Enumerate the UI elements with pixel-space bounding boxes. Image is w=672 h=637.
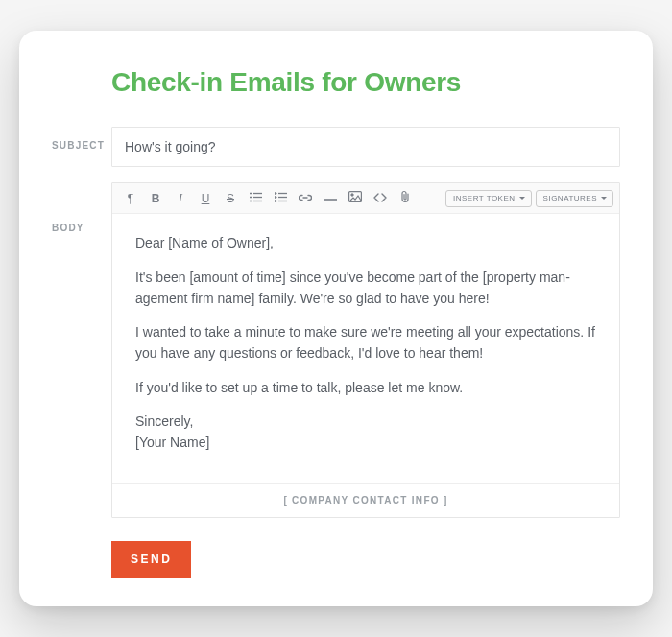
- unordered-list-icon: [275, 192, 287, 205]
- insert-token-dropdown[interactable]: INSERT TOKEN: [445, 190, 532, 207]
- body-paragraph: Dear [Name of Owner],: [135, 233, 596, 254]
- subject-row: SUBJECT: [52, 127, 620, 167]
- editor: ¶ B I U S: [111, 182, 620, 518]
- svg-point-8: [275, 200, 276, 201]
- body-paragraph: [Your Name]: [135, 433, 596, 454]
- ordered-list-icon: [250, 192, 262, 205]
- link-icon: [299, 192, 312, 205]
- compose-card: Check-in Emails for Owners SUBJECT BODY …: [19, 31, 653, 606]
- svg-point-14: [351, 194, 353, 196]
- strike-button[interactable]: S: [218, 187, 243, 210]
- attachment-button[interactable]: [393, 187, 418, 210]
- unordered-list-button[interactable]: [268, 187, 293, 210]
- insert-token-label: INSERT TOKEN: [453, 194, 516, 202]
- editor-toolbar: ¶ B I U S: [112, 183, 619, 214]
- signatures-label: SIGNATURES: [543, 194, 597, 202]
- svg-point-7: [275, 196, 276, 198]
- svg-point-6: [275, 192, 276, 194]
- image-button[interactable]: [343, 187, 368, 210]
- body-paragraph: I wanted to take a minute to make sure w…: [135, 322, 596, 364]
- send-button[interactable]: SEND: [111, 541, 191, 578]
- image-icon: [348, 191, 362, 205]
- horizontal-rule-button[interactable]: [318, 187, 343, 210]
- link-button[interactable]: [293, 187, 318, 210]
- body-label: BODY: [52, 182, 111, 233]
- chevron-down-icon: [519, 197, 525, 200]
- page-title: Check-in Emails for Owners: [111, 67, 620, 98]
- body-paragraph: If you'd like to set up a time to talk, …: [135, 378, 596, 399]
- italic-button[interactable]: I: [168, 187, 193, 210]
- body-editor[interactable]: Dear [Name of Owner], It's been [amount …: [112, 214, 619, 483]
- bold-button[interactable]: B: [143, 187, 168, 210]
- horizontal-rule-icon: [324, 192, 337, 205]
- subject-input[interactable]: [111, 127, 620, 167]
- chevron-down-icon: [601, 197, 607, 200]
- body-row: BODY ¶ B I U S: [52, 182, 620, 518]
- paperclip-icon: [399, 190, 411, 206]
- company-contact-placeholder: [ COMPANY CONTACT INFO ]: [112, 483, 619, 517]
- paragraph-format-button[interactable]: ¶: [118, 187, 143, 210]
- subject-label: SUBJECT: [52, 127, 111, 151]
- body-paragraph: It's been [amount of time] since you've …: [135, 268, 596, 309]
- code-icon: [373, 192, 387, 205]
- body-paragraph: Sincerely,: [135, 412, 596, 433]
- code-button[interactable]: [368, 187, 393, 210]
- ordered-list-button[interactable]: [243, 187, 268, 210]
- underline-button[interactable]: U: [193, 187, 218, 210]
- signatures-dropdown[interactable]: SIGNATURES: [536, 190, 613, 207]
